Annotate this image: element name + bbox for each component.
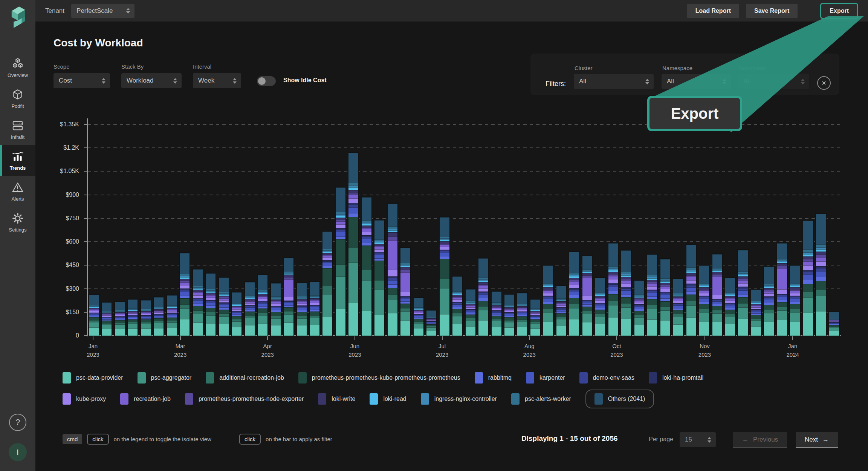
user-avatar[interactable]: I [9, 443, 27, 461]
legend-item[interactable]: rabbitmq [475, 372, 512, 384]
bar-week-44[interactable] [660, 259, 670, 336]
legend-item[interactable]: loki-ha-promtail [649, 372, 703, 384]
namespace-select[interactable]: All [662, 74, 731, 89]
sidebar-item-overview[interactable]: Overview [0, 52, 35, 83]
help-button[interactable]: ? [9, 414, 26, 431]
bar-week-10[interactable] [219, 278, 229, 336]
sidebar-item-infrafit[interactable]: Infrafit [0, 114, 35, 145]
next-page-button[interactable]: Next → [796, 432, 838, 448]
bar-week-9[interactable] [206, 273, 215, 336]
bar-week-38[interactable] [582, 256, 592, 336]
bar-week-31[interactable] [492, 291, 501, 336]
bar-week-22[interactable] [374, 220, 384, 336]
legend-item[interactable]: ingress-nginx-controller [421, 393, 497, 405]
scope-select[interactable]: Cost [53, 73, 110, 88]
bar-week-42[interactable] [634, 281, 644, 336]
perfectscale-logo[interactable] [0, 0, 35, 35]
bar-week-14[interactable] [271, 283, 281, 336]
bar-week-48[interactable] [712, 254, 722, 336]
bar-week-23[interactable] [388, 204, 397, 336]
bar-week-27[interactable] [440, 217, 449, 336]
export-callout[interactable]: Export [647, 96, 742, 131]
bar-week-54[interactable] [790, 265, 800, 336]
sidebar-item-podfit[interactable]: Podfit [0, 83, 35, 114]
bar-week-4[interactable] [141, 300, 151, 336]
legend-item[interactable]: psc-aggregator [138, 372, 192, 384]
bar-week-8[interactable] [193, 269, 203, 336]
bar-week-11[interactable] [232, 292, 241, 336]
bar-week-53[interactable] [777, 243, 787, 336]
bar-week-35[interactable] [543, 265, 553, 336]
workloads-select[interactable]: All [738, 74, 809, 89]
bar-week-2[interactable] [115, 302, 125, 336]
bar-week-17[interactable] [310, 282, 319, 336]
bar-week-24[interactable] [400, 248, 410, 336]
legend-item[interactable]: kube-proxy [63, 393, 106, 405]
legend-item[interactable]: loki-write [318, 393, 355, 405]
bar-week-0[interactable] [89, 295, 99, 336]
export-button[interactable]: Export [820, 3, 858, 19]
sidebar-item-alerts[interactable]: Alerts [0, 176, 35, 207]
legend-item[interactable]: Others (2041) [585, 390, 654, 408]
bar-week-43[interactable] [647, 255, 657, 336]
bar-week-3[interactable] [128, 299, 138, 336]
stackby-select[interactable]: Workload [121, 73, 182, 88]
bar-week-5[interactable] [154, 297, 164, 336]
bar-week-16[interactable] [297, 283, 307, 336]
legend-item[interactable]: psc-data-provider [63, 372, 123, 384]
bar-week-37[interactable] [569, 252, 579, 336]
bar-week-1[interactable] [102, 302, 112, 336]
sidebar-item-settings[interactable]: Settings [0, 207, 35, 238]
bar-week-18[interactable] [322, 232, 332, 336]
bar-segment [271, 318, 281, 325]
bar-week-33[interactable] [517, 293, 527, 336]
load-report-button[interactable]: Load Report [687, 4, 739, 18]
bar-week-34[interactable] [530, 299, 540, 336]
sidebar-item-trends[interactable]: Trends [0, 145, 35, 176]
bar-week-13[interactable] [258, 275, 267, 336]
legend-item[interactable]: loki-read [370, 393, 406, 405]
legend-item[interactable]: prometheus-prometheus-kube-prometheus-pr… [298, 372, 460, 384]
legend-item[interactable]: demo-env-saas [579, 372, 634, 384]
save-report-button[interactable]: Save Report [746, 4, 798, 18]
bar-week-57[interactable] [829, 312, 839, 336]
bar-week-46[interactable] [686, 245, 696, 336]
bar-week-29[interactable] [466, 289, 475, 336]
bar-week-30[interactable] [478, 258, 488, 336]
bar-week-26[interactable] [426, 310, 436, 336]
bar-week-28[interactable] [452, 276, 462, 336]
per-page-select[interactable]: 15 [680, 432, 716, 447]
legend-item[interactable]: additional-recreation-job [206, 372, 284, 384]
legend-item[interactable]: recreation-job [120, 393, 171, 405]
bar-week-52[interactable] [764, 267, 774, 336]
bar-week-56[interactable] [816, 214, 826, 336]
bar-week-19[interactable] [336, 187, 345, 336]
legend-item[interactable]: karpenter [526, 372, 565, 384]
tenant-select[interactable]: PerfectScale [71, 4, 134, 18]
bar-week-6[interactable] [167, 295, 177, 336]
bar-week-55[interactable] [803, 221, 813, 336]
bar-week-7[interactable] [180, 253, 189, 336]
bar-week-39[interactable] [595, 278, 605, 336]
bar-week-32[interactable] [504, 295, 514, 336]
legend-item[interactable]: psc-alerts-worker [511, 393, 571, 405]
bar-week-40[interactable] [608, 243, 618, 336]
previous-page-button[interactable]: ← Previous [733, 432, 787, 448]
bar-week-36[interactable] [556, 286, 566, 336]
bar-week-50[interactable] [738, 250, 748, 336]
interval-select[interactable]: Week [193, 73, 241, 88]
bar-week-51[interactable] [751, 290, 761, 336]
bar-week-45[interactable] [673, 279, 683, 336]
bar-week-12[interactable] [245, 282, 255, 336]
bar-week-21[interactable] [362, 197, 371, 336]
bar-week-20[interactable] [348, 153, 358, 336]
legend-item[interactable]: prometheus-prometheus-node-exporter [185, 393, 304, 405]
bar-week-47[interactable] [699, 265, 709, 336]
show-idle-cost-toggle[interactable] [257, 76, 276, 86]
bar-week-15[interactable] [284, 258, 293, 336]
bar-week-25[interactable] [414, 298, 423, 336]
cluster-select[interactable]: All [574, 74, 654, 89]
bar-week-41[interactable] [621, 250, 631, 336]
bar-week-49[interactable] [725, 278, 735, 336]
clear-filters-button[interactable]: ✕ [817, 76, 831, 90]
